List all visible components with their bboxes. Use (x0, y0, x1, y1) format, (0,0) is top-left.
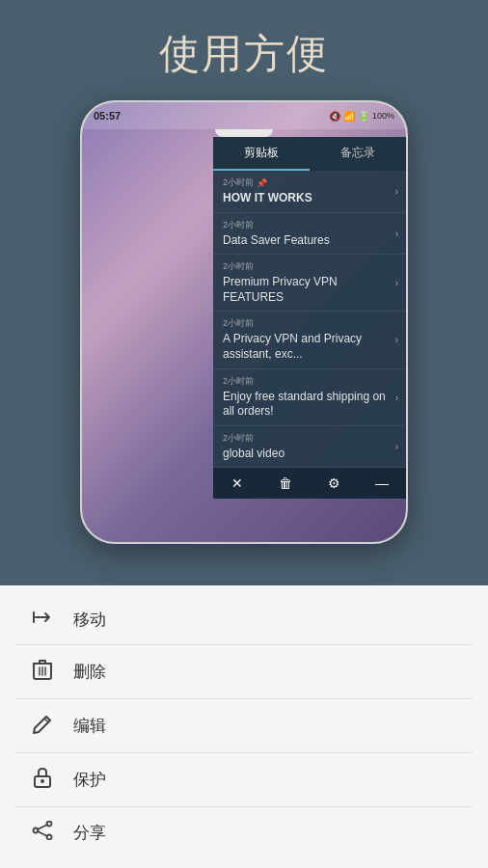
battery-percent: 100% (372, 111, 394, 121)
settings-button[interactable]: ⚙ (310, 475, 358, 491)
protect-label: 保护 (73, 769, 106, 791)
status-time: 05:57 (94, 110, 121, 122)
clipboard-item[interactable]: 2小时前 Enjoy free standard shipping on all… (213, 369, 406, 426)
item-text: Data Saver Features (223, 233, 396, 249)
item-text: global video (223, 447, 396, 462)
clipboard-item[interactable]: 2小时前 📌 HOW IT WORKS › (213, 171, 406, 213)
clipboard-panel: 剪贴板 备忘录 2小时前 📌 HOW IT WORKS › 2小时前 Data … (213, 137, 406, 499)
arrow-icon: › (395, 392, 398, 402)
clipboard-item[interactable]: 2小时前 A Privacy VPN and Privacy assistant… (213, 312, 406, 368)
item-text: HOW IT WORKS (223, 191, 396, 206)
arrow-icon: › (395, 442, 398, 452)
svg-point-2 (41, 779, 44, 783)
arrow-icon: › (395, 335, 398, 345)
clipboard-action-bar: ✕ 🗑 ⚙ — (213, 468, 406, 499)
item-text: Premium Privacy VPN FEATURES (223, 275, 396, 305)
move-icon (31, 609, 54, 631)
phone-notch (215, 129, 273, 137)
item-time: 2小时前 (223, 317, 396, 330)
trash-icon (31, 659, 54, 685)
delete-button[interactable]: 🗑 (261, 475, 310, 491)
tab-clipboard[interactable]: 剪贴板 (213, 137, 310, 171)
share-icon (31, 821, 54, 845)
status-bar: 05:57 🔇 📶 🔋 100% (82, 102, 406, 129)
close-button[interactable]: ✕ (213, 475, 261, 491)
delete-label: 删除 (73, 661, 106, 683)
item-time: 2小时前 📌 (223, 176, 396, 189)
share-label: 分享 (73, 822, 106, 844)
item-time: 2小时前 (223, 432, 396, 445)
page-title: 使用方便 (0, 0, 488, 100)
clipboard-item[interactable]: 2小时前 Premium Privacy VPN FEATURES › (213, 255, 406, 312)
context-item-delete[interactable]: 删除 (0, 645, 488, 698)
clipboard-item[interactable]: 2小时前 Data Saver Features › (213, 213, 406, 256)
context-item-protect[interactable]: 保护 (0, 753, 488, 806)
arrow-icon: › (395, 278, 398, 288)
clipboard-tabs: 剪贴板 备忘录 (213, 137, 406, 171)
item-time: 2小时前 (223, 219, 396, 231)
arrow-icon: › (395, 228, 398, 238)
clipboard-item[interactable]: 2小时前 global video › (213, 426, 406, 469)
pin-icon: 📌 (257, 178, 267, 188)
lock-icon (31, 767, 54, 793)
phone-frame: 05:57 🔇 📶 🔋 100% 剪贴板 备忘录 2小时前 📌 HOW IT W… (80, 100, 408, 544)
edit-icon (31, 713, 54, 739)
tab-notes[interactable]: 备忘录 (310, 137, 406, 171)
context-menu: 移动 删除 编辑 (0, 585, 488, 868)
minimize-button[interactable]: — (358, 475, 406, 491)
battery-icon: 🔋 (358, 111, 369, 122)
context-item-edit[interactable]: 编辑 (0, 699, 488, 752)
item-time: 2小时前 (223, 375, 396, 388)
item-time: 2小时前 (223, 260, 396, 273)
context-item-share[interactable]: 分享 (0, 807, 488, 858)
move-label: 移动 (73, 609, 106, 631)
context-item-move[interactable]: 移动 (0, 595, 488, 644)
edit-label: 编辑 (73, 715, 106, 737)
wifi-icon: 📶 (343, 111, 355, 122)
mute-icon: 🔇 (329, 111, 340, 122)
item-text: A Privacy VPN and Privacy assistant, exc… (223, 332, 396, 362)
item-text: Enjoy free standard shipping on all orde… (223, 390, 396, 420)
arrow-icon: › (395, 186, 398, 197)
status-icons: 🔇 📶 🔋 100% (329, 111, 394, 122)
